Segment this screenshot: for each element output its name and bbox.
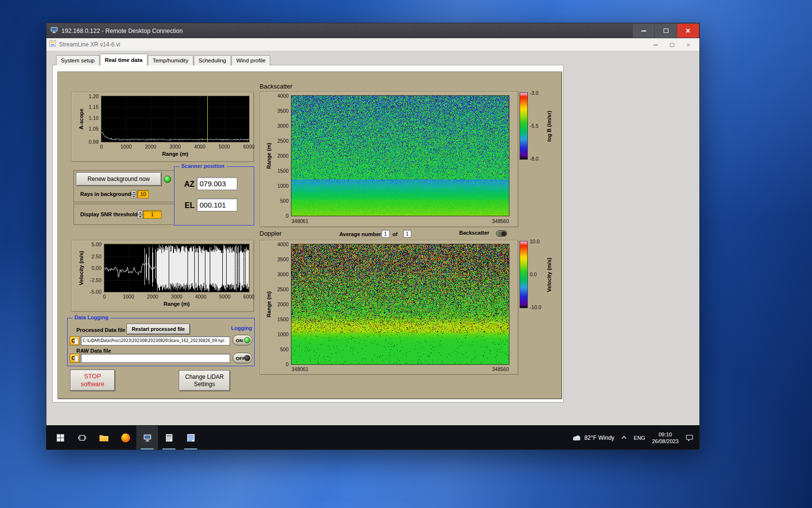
rays-spinner[interactable] bbox=[131, 190, 136, 198]
weather-widget[interactable]: 82°F Windy bbox=[572, 434, 614, 441]
tick-label: 1.10 bbox=[72, 115, 99, 121]
processed-path-field[interactable]: C:\LiDAR\Data\Proc\2023\202308\20230826\… bbox=[81, 336, 230, 345]
stop-software-button[interactable]: STOP software bbox=[70, 370, 115, 391]
logging-off-toggle[interactable]: OFF bbox=[232, 353, 252, 363]
renew-background-label: Renew background now bbox=[87, 176, 150, 182]
backscatter-graph: Range (m) 348061 348560 4000350030002500… bbox=[260, 91, 518, 227]
raw-path-field[interactable] bbox=[81, 354, 230, 363]
logging-off-led bbox=[244, 355, 250, 361]
scan-scheduler-button[interactable] bbox=[158, 426, 180, 449]
velocity-graph: Velocity (m/s) Range (m) 5.002.500.00-2.… bbox=[71, 240, 254, 312]
processed-data-file-label: Processed Data file bbox=[76, 327, 126, 333]
tick-label: 2.50 bbox=[72, 254, 102, 259]
clock-date: 26/08/2023 bbox=[652, 438, 679, 445]
tick-label: 0 bbox=[92, 144, 111, 149]
tick-label: 10.0 bbox=[530, 239, 549, 244]
rdp-minimize-button[interactable] bbox=[633, 24, 654, 38]
ascope-graph: A-scope Range (m) 1.201.151.101.050.9901… bbox=[71, 92, 254, 162]
list-app-button[interactable] bbox=[180, 426, 202, 449]
el-value-field[interactable]: 000.101 bbox=[197, 198, 237, 211]
app-minimize-button[interactable] bbox=[647, 38, 664, 51]
tick-label: 5.00 bbox=[72, 241, 102, 247]
rays-in-background-label: Rays in background bbox=[80, 191, 131, 197]
app-vi-icon bbox=[49, 40, 56, 49]
minimize-icon bbox=[653, 45, 658, 45]
app-titlebar[interactable]: StreamLine XR v14-6.vi × bbox=[46, 38, 699, 51]
processed-drive-button[interactable]: C bbox=[70, 336, 80, 345]
backscatter-x-end-tick: 348560 bbox=[465, 218, 509, 224]
tick-label: -2.50 bbox=[72, 277, 102, 283]
clock-time: 09:10 bbox=[659, 431, 672, 438]
spinner-down-icon[interactable] bbox=[137, 215, 143, 219]
doppler-colorbar: Velocity (m/s) 10.00.0-10.0 bbox=[519, 240, 563, 314]
task-view-button[interactable] bbox=[71, 426, 93, 449]
rays-value-field[interactable]: 10 bbox=[137, 190, 149, 198]
average-number-field[interactable]: 1 bbox=[381, 230, 390, 238]
app-close-button[interactable]: × bbox=[680, 38, 696, 51]
average-total-field[interactable]: 1 bbox=[403, 230, 411, 238]
stop-button-line2: software bbox=[81, 380, 104, 388]
taskbar-tray: 82°F Windy ENG 09:10 26/08/2023 bbox=[572, 426, 699, 449]
raw-drive-button[interactable]: C bbox=[70, 354, 80, 363]
app-restore-button[interactable] bbox=[664, 38, 680, 51]
change-lidar-settings-button[interactable]: Change LiDAR Settings bbox=[179, 370, 230, 391]
snr-spinner[interactable] bbox=[137, 210, 143, 219]
tray-chevron-up-icon[interactable] bbox=[621, 435, 627, 440]
el-label: EL bbox=[185, 201, 194, 210]
renew-background-button[interactable]: Renew background now bbox=[76, 172, 161, 186]
rdp-close-button[interactable]: × bbox=[677, 24, 699, 38]
tick-label: 4000 bbox=[260, 241, 289, 247]
start-button[interactable] bbox=[49, 426, 71, 449]
taskbar-clock[interactable]: 09:10 26/08/2023 bbox=[652, 431, 679, 445]
tick-label: -10.0 bbox=[530, 304, 549, 310]
tick-label: 5000 bbox=[215, 144, 234, 149]
stop-button-line1: STOP bbox=[84, 373, 101, 380]
tick-label: 2500 bbox=[260, 286, 289, 292]
velocity-plot-canvas bbox=[104, 244, 249, 292]
tick-label: 6000 bbox=[239, 144, 259, 149]
tab-scheduling[interactable]: Scheduling bbox=[194, 55, 231, 65]
tick-label: 3500 bbox=[260, 256, 289, 262]
app-window-title: StreamLine XR v14-6.vi bbox=[59, 41, 120, 48]
desktop-wallpaper: 192.168.0.122 - Remote Desktop Connectio… bbox=[0, 0, 812, 508]
raw-data-file-label: RAW Data file bbox=[76, 348, 111, 354]
rdp-maximize-button[interactable] bbox=[655, 24, 677, 38]
background-group: Renew background now Rays in background … bbox=[73, 170, 174, 202]
tick-label: 1.05 bbox=[72, 126, 99, 132]
scanner-position-group: Scanner position AZ 079.003 EL 000.101 bbox=[174, 166, 254, 225]
rdp-computer-icon bbox=[50, 26, 58, 35]
az-value-field[interactable]: 079.003 bbox=[197, 177, 237, 190]
snr-value-field[interactable]: 1 bbox=[143, 210, 161, 219]
tick-label: -8.0 bbox=[530, 156, 549, 162]
tick-label: -3.0 bbox=[530, 90, 549, 96]
spinner-up-icon[interactable] bbox=[131, 190, 136, 194]
list-app-icon bbox=[186, 433, 196, 443]
ascope-plot-canvas bbox=[101, 96, 249, 142]
tab-system-setup[interactable]: System setup bbox=[56, 55, 100, 65]
tab-wind-profile[interactable]: Wind profile bbox=[232, 55, 271, 65]
tick-label: 2000 bbox=[260, 153, 289, 159]
firefox-button[interactable] bbox=[115, 426, 136, 449]
file-explorer-button[interactable] bbox=[93, 426, 115, 449]
language-indicator[interactable]: ENG bbox=[634, 435, 645, 441]
tick-label: 1000 bbox=[119, 294, 138, 299]
folder-icon bbox=[99, 433, 109, 443]
tab-real-time-data[interactable]: Real time data bbox=[100, 54, 147, 65]
change-button-line2: Settings bbox=[194, 381, 215, 388]
spinner-down-icon[interactable] bbox=[131, 194, 136, 199]
logging-on-toggle[interactable]: ON bbox=[232, 335, 252, 345]
rdp-window-title: 192.168.0.122 - Remote Desktop Connectio… bbox=[61, 28, 183, 34]
tab-temp-humidity[interactable]: Temp/humidity bbox=[148, 55, 193, 65]
streamline-app-button[interactable] bbox=[136, 426, 158, 449]
backscatter-toggle[interactable] bbox=[496, 230, 507, 237]
tick-label: 2500 bbox=[260, 138, 289, 144]
restart-processed-file-button[interactable]: Restart processed file bbox=[127, 324, 190, 334]
tick-label: 4000 bbox=[190, 144, 209, 149]
restart-button-label: Restart processed file bbox=[132, 326, 185, 332]
windows-logo-icon bbox=[56, 433, 65, 443]
backscatter-colorbar-canvas bbox=[520, 92, 528, 160]
rdp-titlebar[interactable]: 192.168.0.122 - Remote Desktop Connectio… bbox=[46, 23, 699, 38]
spinner-up-icon[interactable] bbox=[137, 210, 143, 215]
taskbar-left bbox=[46, 426, 202, 449]
action-center-icon[interactable] bbox=[685, 433, 694, 442]
